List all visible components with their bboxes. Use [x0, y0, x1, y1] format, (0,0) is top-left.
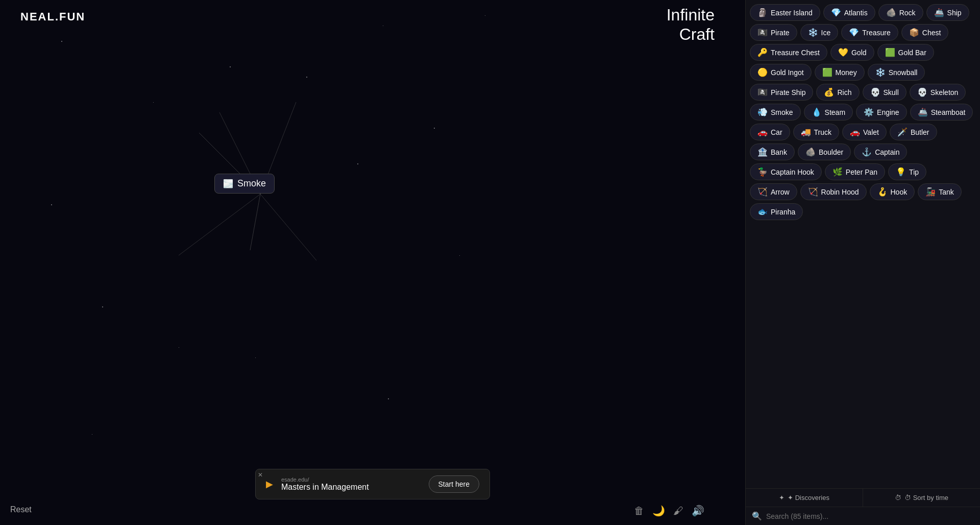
ad-text: esade.edu/ Masters in Management	[281, 476, 421, 492]
item-label: Bank	[771, 148, 787, 156]
list-item[interactable]: ⚓Captain	[854, 144, 907, 160]
item-emoji: 💎	[849, 28, 859, 37]
svg-line-3	[250, 194, 260, 250]
item-emoji: 🪝	[877, 187, 888, 197]
moon-button[interactable]: 🌙	[652, 505, 665, 517]
item-label: Gold Ingot	[771, 68, 804, 77]
list-item[interactable]: 💧Steam	[804, 104, 853, 121]
item-emoji: 💰	[824, 87, 834, 97]
list-item[interactable]: ❄️Ice	[800, 24, 839, 41]
list-item[interactable]: ⚙️Engine	[856, 104, 907, 121]
list-item[interactable]: 🔑Treasure Chest	[750, 44, 827, 61]
item-emoji: 🏹	[808, 187, 818, 197]
list-item[interactable]: 🚂Tank	[918, 183, 962, 200]
item-emoji: 🏹	[757, 187, 768, 197]
item-label: Skeleton	[930, 88, 958, 97]
item-label: Pirate	[771, 29, 790, 37]
list-item[interactable]: ❄️Snowball	[868, 64, 925, 81]
item-label: Engine	[877, 108, 899, 116]
list-item[interactable]: 🚗Valet	[842, 124, 887, 140]
discoveries-label: ✦ Discoveries	[788, 494, 829, 502]
list-item[interactable]: 🗿Easter Island	[750, 4, 820, 21]
item-emoji: 💨	[757, 107, 768, 117]
list-item[interactable]: 🏴‍☠️Pirate Ship	[750, 84, 813, 101]
list-item[interactable]: 🏹Robin Hood	[800, 183, 867, 200]
item-label: Hook	[891, 188, 908, 196]
reset-button[interactable]: Reset	[10, 505, 32, 514]
item-emoji: ❄️	[808, 28, 818, 37]
item-label: Captain	[875, 148, 899, 156]
list-item[interactable]: 🦆Captain Hook	[750, 163, 822, 180]
item-emoji: ❄️	[875, 67, 886, 77]
bottom-icons: 🗑 🌙 🖌 🔊	[634, 505, 704, 517]
list-item[interactable]: 🏹Arrow	[750, 183, 797, 200]
sound-button[interactable]: 🔊	[692, 505, 704, 517]
item-label: Treasure Chest	[771, 49, 820, 57]
list-item[interactable]: 🚢Ship	[926, 4, 969, 21]
list-item[interactable]: 🚢Steamboat	[910, 104, 973, 121]
item-label: Ship	[947, 9, 962, 17]
list-item[interactable]: 🗡️Butler	[890, 124, 937, 140]
sort-label: ⏱ Sort by time	[904, 494, 948, 502]
list-item[interactable]: 🏴‍☠️Pirate	[750, 24, 797, 41]
list-item[interactable]: 🌿Peter Pan	[825, 163, 885, 180]
list-item[interactable]: 🪨Boulder	[798, 144, 851, 160]
list-item[interactable]: 🪨Rock	[878, 4, 923, 21]
item-label: Steamboat	[931, 108, 966, 116]
ad-banner: ✕ ▶ esade.edu/ Masters in Management Sta…	[255, 469, 490, 499]
logo: NEAL.FUN	[20, 10, 85, 23]
ad-cta-button[interactable]: Start here	[429, 475, 479, 493]
item-label: Rich	[837, 88, 851, 97]
item-label: Car	[771, 128, 782, 136]
ad-close-button[interactable]: ✕	[258, 471, 263, 479]
item-label: Money	[836, 68, 857, 77]
brush-button[interactable]: 🖌	[673, 505, 683, 517]
list-item[interactable]: 🚚Truck	[793, 124, 839, 140]
item-emoji: 🐟	[757, 207, 768, 217]
list-item[interactable]: 📦Chest	[901, 24, 949, 41]
item-emoji: ⚙️	[864, 107, 874, 117]
list-item[interactable]: 🟩Money	[815, 64, 865, 81]
item-emoji: 💀	[870, 87, 880, 97]
items-grid: 🗿Easter Island💎Atlantis🪨Rock🚢Ship🏴‍☠️Pir…	[746, 0, 980, 488]
search-input[interactable]	[766, 512, 974, 520]
list-item[interactable]: 💛Gold	[830, 44, 874, 61]
list-item[interactable]: 🟩Gold Bar	[877, 44, 934, 61]
item-emoji: 🪨	[886, 8, 896, 17]
item-label: Boulder	[819, 148, 843, 156]
list-item[interactable]: 💰Rich	[816, 84, 859, 101]
craft-canvas[interactable]: NEAL.FUN Infinite Craft 🌫️ Smoke Reset 🗑…	[0, 0, 745, 525]
right-sidebar: 🗿Easter Island💎Atlantis🪨Rock🚢Ship🏴‍☠️Pir…	[745, 0, 980, 525]
list-item[interactable]: 🏦Bank	[750, 144, 795, 160]
item-label: Robin Hood	[821, 188, 859, 196]
trash-button[interactable]: 🗑	[634, 505, 644, 517]
list-item[interactable]: 🐟Piranha	[750, 203, 803, 220]
smoke-label: Smoke	[237, 178, 266, 189]
footer-tabs: ✦ ✦ Discoveries ⏱ ⏱ Sort by time	[746, 489, 980, 507]
sort-icon: ⏱	[895, 494, 901, 502]
discoveries-tab[interactable]: ✦ ✦ Discoveries	[746, 489, 863, 507]
list-item[interactable]: 💎Treasure	[841, 24, 898, 41]
item-label: Ice	[821, 29, 831, 37]
item-emoji: 💧	[812, 107, 822, 117]
list-item[interactable]: 💎Atlantis	[823, 4, 875, 21]
list-item[interactable]: 💀Skeleton	[910, 84, 966, 101]
list-item[interactable]: 🚗Car	[750, 124, 790, 140]
item-label: Pirate Ship	[771, 88, 805, 97]
item-emoji: 🌿	[832, 167, 843, 177]
item-emoji: 🦆	[757, 167, 768, 177]
sort-tab[interactable]: ⏱ ⏱ Sort by time	[863, 489, 980, 507]
item-label: Truck	[814, 128, 831, 136]
list-item[interactable]: 💀Skull	[863, 84, 906, 101]
item-emoji: 🟩	[822, 67, 832, 77]
ad-title: Masters in Management	[281, 483, 421, 492]
item-emoji: 🏦	[757, 147, 768, 157]
list-item[interactable]: 💡Tip	[888, 163, 926, 180]
item-emoji: 💛	[838, 47, 848, 57]
item-label: Smoke	[771, 108, 793, 116]
item-label: Atlantis	[844, 9, 868, 17]
list-item[interactable]: 💨Smoke	[750, 104, 801, 121]
list-item[interactable]: 🟡Gold Ingot	[750, 64, 812, 81]
smoke-element[interactable]: 🌫️ Smoke	[214, 174, 275, 194]
list-item[interactable]: 🪝Hook	[870, 183, 915, 200]
